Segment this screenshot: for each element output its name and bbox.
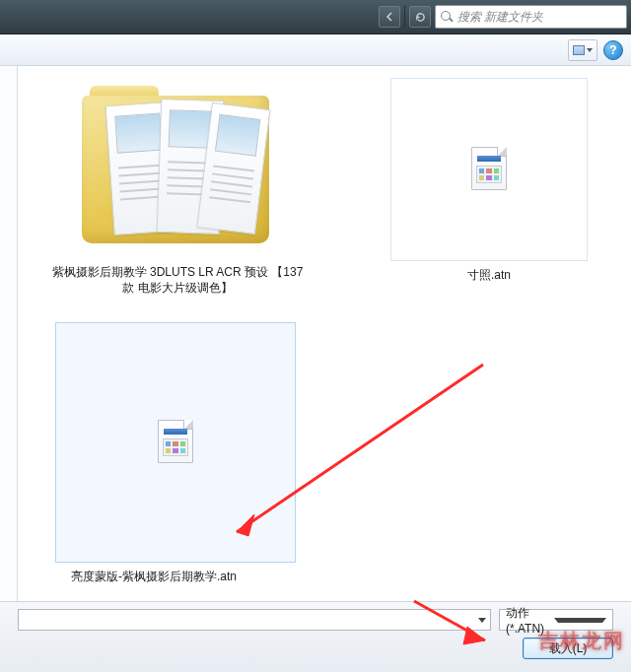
toolbar: ? [0, 34, 631, 66]
watermark: 吉林龙网 [538, 628, 625, 654]
address-bar: 搜索 新建文件夹 [0, 0, 631, 34]
sidebar[interactable] [0, 66, 18, 601]
file-list[interactable]: 紫枫摄影后期教学 3DLUTS LR ACR 预设 【137款 电影大片级调色】… [18, 66, 631, 601]
search-input[interactable]: 搜索 新建文件夹 [435, 5, 627, 29]
nav-back-button[interactable] [379, 6, 400, 28]
file-item-atn-selected[interactable]: 亮度蒙版-紫枫摄影后期教学.atn [55, 322, 296, 584]
dialog-footer: 动作 (*.ATN) 载入(L) [0, 601, 631, 672]
file-label: 寸照.atn [390, 267, 588, 283]
filename-combo[interactable] [18, 609, 491, 631]
refresh-button[interactable] [409, 6, 431, 28]
folder-icon [64, 78, 291, 255]
search-icon [440, 10, 454, 24]
separator [404, 6, 405, 28]
search-placeholder: 搜索 新建文件夹 [457, 9, 543, 26]
chevron-down-icon [554, 618, 606, 623]
help-label: ? [609, 43, 616, 57]
file-label: 紫枫摄影后期教学 3DLUTS LR ACR 预设 【137款 电影大片级调色】 [49, 264, 306, 296]
atn-file-icon [465, 146, 513, 193]
file-label: 亮度蒙版-紫枫摄影后期教学.atn [55, 569, 252, 584]
file-item-atn[interactable]: 寸照.atn [390, 78, 588, 283]
thumbnails-icon [573, 45, 585, 55]
chevron-down-icon [587, 48, 593, 52]
view-mode-button[interactable] [568, 39, 597, 61]
file-browser: 紫枫摄影后期教学 3DLUTS LR ACR 预设 【137款 电影大片级调色】… [0, 66, 631, 601]
atn-file-icon [152, 419, 199, 466]
folder-item[interactable]: 紫枫摄影后期教学 3DLUTS LR ACR 预设 【137款 电影大片级调色】 [49, 78, 306, 296]
help-button[interactable]: ? [603, 40, 623, 60]
chevron-down-icon [478, 618, 486, 623]
